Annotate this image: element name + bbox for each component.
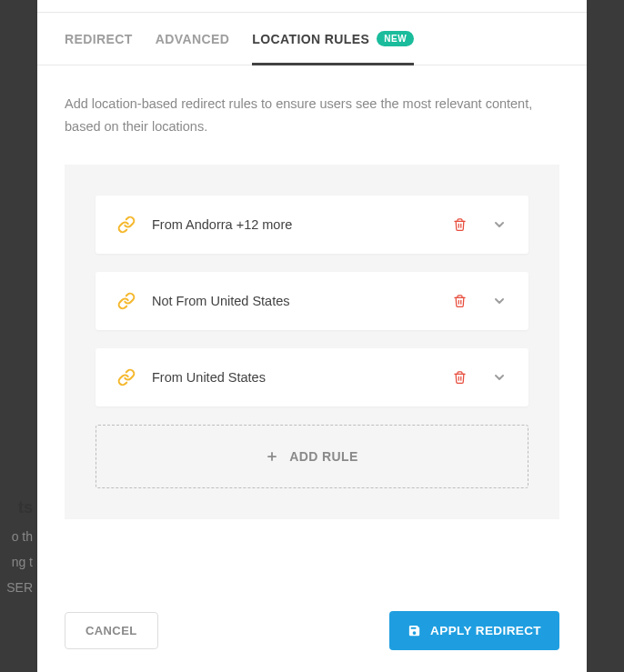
delete-rule-button[interactable] <box>453 370 467 385</box>
tab-bar: REDIRECT ADVANCED LOCATION RULES NEW <box>37 13 587 65</box>
expand-rule-button[interactable] <box>492 370 507 385</box>
tab-location-rules-label: LOCATION RULES <box>252 32 369 46</box>
apply-redirect-label: APPLY REDIRECT <box>430 624 541 637</box>
tab-advanced[interactable]: ADVANCED <box>156 14 230 65</box>
chevron-down-icon <box>492 294 507 308</box>
chevron-down-icon <box>492 370 507 385</box>
rule-label: From United States <box>152 370 453 385</box>
add-rule-label: ADD RULE <box>289 449 358 464</box>
cancel-button[interactable]: CANCEL <box>65 612 158 649</box>
chevron-down-icon <box>492 217 507 232</box>
tab-location-rules[interactable]: LOCATION RULES NEW <box>252 13 414 65</box>
top-divider <box>37 0 587 13</box>
content-area: Add location-based redirect rules to ens… <box>37 65 587 589</box>
rule-card: From Andorra +12 more <box>96 196 528 254</box>
rule-label: Not From United States <box>152 294 453 308</box>
save-icon <box>408 624 421 637</box>
expand-rule-button[interactable] <box>492 294 507 308</box>
trash-icon <box>453 217 467 232</box>
apply-redirect-button[interactable]: APPLY REDIRECT <box>389 611 559 650</box>
delete-rule-button[interactable] <box>453 217 467 232</box>
rules-panel: From Andorra +12 more Not From United St… <box>65 165 559 519</box>
redirect-modal: REDIRECT ADVANCED LOCATION RULES NEW Add… <box>37 0 587 672</box>
add-rule-button[interactable]: ADD RULE <box>96 425 528 488</box>
link-icon <box>117 368 136 386</box>
delete-rule-button[interactable] <box>453 294 467 308</box>
rule-card: From United States <box>96 348 528 406</box>
new-badge: NEW <box>377 31 414 46</box>
rule-card: Not From United States <box>96 272 528 330</box>
link-icon <box>117 216 136 234</box>
expand-rule-button[interactable] <box>492 217 507 232</box>
modal-footer: CANCEL APPLY REDIRECT <box>37 589 587 672</box>
background-obscured-text: ts o th ng t SER <box>0 491 33 600</box>
tab-redirect[interactable]: REDIRECT <box>65 14 133 65</box>
trash-icon <box>453 370 467 385</box>
link-icon <box>117 292 136 310</box>
plus-icon <box>266 450 278 463</box>
trash-icon <box>453 294 467 308</box>
description-text: Add location-based redirect rules to ens… <box>65 93 559 137</box>
rule-label: From Andorra +12 more <box>152 217 453 232</box>
